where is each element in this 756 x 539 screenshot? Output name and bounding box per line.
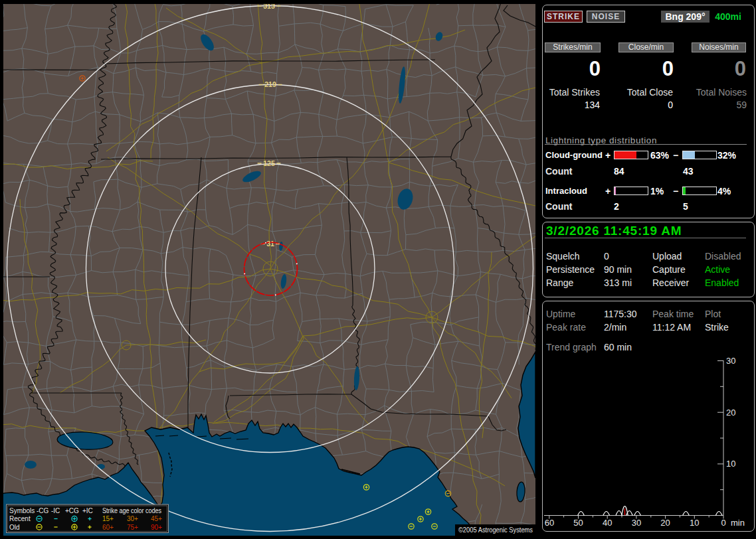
svg-text:50: 50: [573, 518, 583, 528]
svg-text:20: 20: [726, 408, 735, 418]
svg-text:30: 30: [632, 518, 641, 528]
svg-text:min: min: [731, 518, 745, 528]
svg-text:10: 10: [726, 459, 735, 469]
svg-text:40: 40: [603, 518, 612, 528]
svg-text:20: 20: [660, 518, 670, 528]
svg-text:0: 0: [721, 518, 725, 528]
svg-text:60: 60: [545, 518, 554, 528]
svg-text:30: 30: [726, 356, 735, 366]
svg-text:10: 10: [690, 518, 699, 528]
